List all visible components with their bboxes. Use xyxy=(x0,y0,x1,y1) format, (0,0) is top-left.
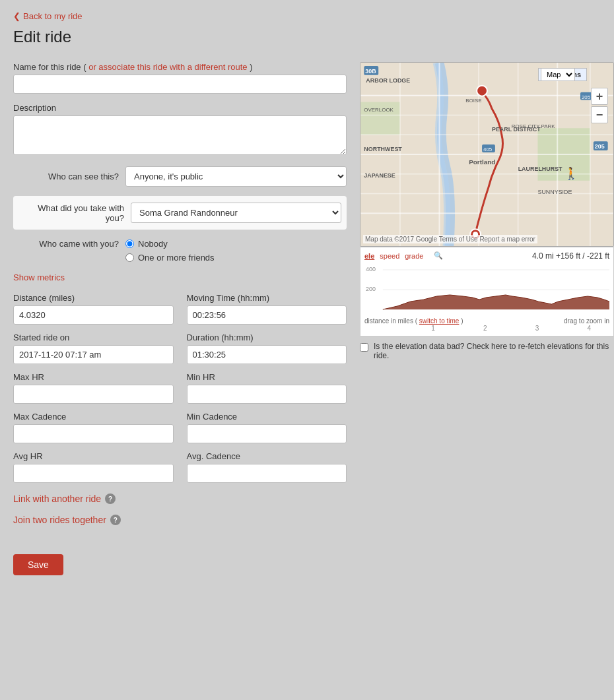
svg-text:200: 200 xyxy=(366,286,376,292)
elevation-footer: distance in miles ( switch to time ) dra… xyxy=(364,317,609,325)
back-link-text: Back to my ride xyxy=(23,11,83,21)
nobody-radio[interactable] xyxy=(125,239,134,248)
started-label: Started ride on xyxy=(13,333,174,342)
elevation-container: ele speed grade 🔍 4.0 mi +156 ft / -221 … xyxy=(360,247,614,336)
svg-text:OVERLOOK: OVERLOOK xyxy=(364,107,393,113)
link-another-ride-button[interactable]: Link with another ride ? xyxy=(13,493,116,504)
max-cadence-input[interactable] xyxy=(13,424,174,443)
svg-text:SUNNYSIDE: SUNNYSIDE xyxy=(537,189,572,195)
svg-text:BOISE: BOISE xyxy=(465,98,481,104)
svg-text:🚶: 🚶 xyxy=(564,166,579,181)
associate-route-link[interactable]: or associate this ride with a different … xyxy=(88,62,247,72)
max-hr-input[interactable] xyxy=(13,385,174,404)
duration-label: Duration (hh:mm) xyxy=(187,333,347,342)
zoom-in-button[interactable]: + xyxy=(591,88,608,105)
friends-radio[interactable] xyxy=(125,253,134,262)
svg-text:ARBOR LODGE: ARBOR LODGE xyxy=(366,77,410,84)
svg-point-19 xyxy=(477,86,487,96)
started-input[interactable] xyxy=(13,345,174,364)
distance-input[interactable] xyxy=(13,305,174,325)
visibility-select[interactable]: Anyone, it's public Only me Followers xyxy=(125,166,347,187)
join-rides-help-icon: ? xyxy=(110,515,121,525)
svg-text:JAPANESE: JAPANESE xyxy=(364,172,395,179)
map-svg: 🚶 ARBOR LODGE OVERLOOK NORTHWEST JAPANES… xyxy=(360,63,613,246)
name-label: Name for this ride ( or associate this r… xyxy=(13,62,347,72)
nobody-radio-label[interactable]: Nobody xyxy=(125,239,215,249)
elevation-checkbox-row: Is the elevation data bad? Check here to… xyxy=(360,342,614,360)
join-rides-label: Join two rides together xyxy=(13,515,106,525)
gear-select[interactable]: Soma Grand Randonneur None Other xyxy=(131,203,341,223)
max-cadence-label: Max Cadence xyxy=(13,412,174,422)
ele-stats: 4.0 mi +156 ft / -221 ft xyxy=(532,251,609,261)
save-button[interactable]: Save xyxy=(13,554,63,575)
distance-label: Distance (miles) xyxy=(13,293,174,303)
min-hr-input[interactable] xyxy=(187,385,347,404)
ele-magnify-icon[interactable]: 🔍 xyxy=(434,251,443,261)
svg-text:205: 205 xyxy=(595,143,605,150)
svg-text:30B: 30B xyxy=(365,68,376,75)
duration-input[interactable] xyxy=(187,345,347,364)
join-rides-button[interactable]: Join two rides together ? xyxy=(13,515,121,525)
companions-label: Who came with you? xyxy=(13,239,119,249)
back-link[interactable]: ❮ Back to my ride xyxy=(13,11,83,21)
ele-tab-button[interactable]: ele xyxy=(364,251,374,261)
svg-text:PEARL DISTRICT: PEARL DISTRICT xyxy=(492,126,541,133)
link-ride-label: Link with another ride xyxy=(13,493,101,504)
svg-text:LAURELHURST: LAURELHURST xyxy=(518,166,563,172)
visibility-label: Who can see this? xyxy=(13,172,119,181)
description-input[interactable] xyxy=(13,115,347,155)
elevation-checkbox-label: Is the elevation data bad? Check here to… xyxy=(374,342,614,360)
min-cadence-input[interactable] xyxy=(187,424,347,443)
svg-text:Portland: Portland xyxy=(469,158,495,166)
show-metrics-link[interactable]: Show metrics xyxy=(13,272,65,282)
page-title: Edit ride xyxy=(13,28,601,46)
svg-text:205: 205 xyxy=(582,94,591,100)
moving-time-label: Moving Time (hh:mm) xyxy=(187,293,347,303)
ride-name-input[interactable] xyxy=(13,75,347,94)
zoom-out-button[interactable]: − xyxy=(591,106,608,123)
friends-radio-label[interactable]: One or more friends xyxy=(125,253,215,263)
elevation-chart-svg: 400 200 xyxy=(364,263,609,316)
min-hr-label: Min HR xyxy=(187,372,347,382)
link-ride-help-icon: ? xyxy=(105,493,116,504)
speed-tab-button[interactable]: speed xyxy=(380,251,399,261)
switch-to-time-link[interactable]: switch to time xyxy=(419,317,460,325)
avg-hr-label: Avg HR xyxy=(13,451,174,461)
moving-time-input[interactable] xyxy=(187,305,347,325)
map-footer: Map data ©2017 Google Terms of Use Repor… xyxy=(363,235,537,243)
avg-cadence-input[interactable] xyxy=(187,464,347,483)
gear-label: What did you take with you? xyxy=(18,203,124,223)
avg-cadence-label: Avg. Cadence xyxy=(187,451,347,461)
elevation-refetch-checkbox[interactable] xyxy=(360,343,368,352)
svg-text:405: 405 xyxy=(483,146,493,152)
grade-tab-button[interactable]: grade xyxy=(405,251,423,261)
back-arrow-icon: ❮ xyxy=(13,11,20,21)
avg-hr-input[interactable] xyxy=(13,464,174,483)
min-cadence-label: Min Cadence xyxy=(187,412,347,422)
map-container: 🚶 ARBOR LODGE OVERLOOK NORTHWEST JAPANES… xyxy=(360,62,614,247)
map-type-select[interactable]: Map xyxy=(541,68,575,81)
chart-area: 400 200 xyxy=(364,263,609,316)
description-label: Description xyxy=(13,103,347,113)
max-hr-label: Max HR xyxy=(13,372,174,382)
svg-text:400: 400 xyxy=(366,266,376,272)
svg-text:NORTHWEST: NORTHWEST xyxy=(364,146,402,152)
